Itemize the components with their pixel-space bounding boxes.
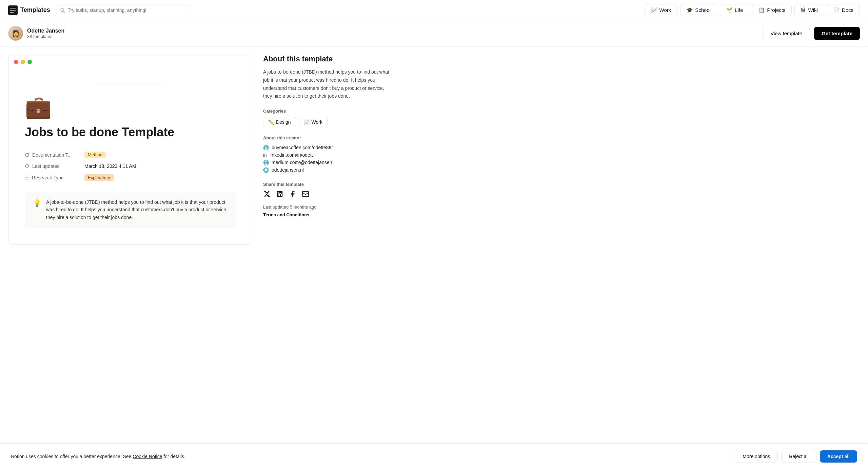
nav-buttons: 📈 Work 🎓 School 🌱 Life 📋 Projects 🏛 Wiki… <box>645 4 860 16</box>
clock-icon-1: ⏱ <box>25 152 29 158</box>
facebook-share-icon[interactable] <box>289 190 296 200</box>
nav-label-wiki: Wiki <box>808 7 817 13</box>
meta-row-documentation: ⏱ Documentation T... Method <box>25 149 236 161</box>
twitter-share-icon[interactable] <box>263 190 271 200</box>
svg-rect-3 <box>302 192 309 197</box>
share-section: Share this template Last updated 5 month… <box>263 182 392 218</box>
search-input[interactable] <box>68 7 187 13</box>
nav-label-school: School <box>695 7 711 13</box>
projects-icon: 📋 <box>758 7 765 13</box>
meta-label-updated: ⏱ Last updated <box>25 163 79 169</box>
window-close-dot <box>14 60 18 64</box>
window-maximize-dot <box>27 60 32 64</box>
terms-link[interactable]: Terms and Conditions <box>263 212 309 217</box>
search-icon <box>60 7 65 13</box>
bulb-icon: 💡 <box>33 199 41 207</box>
creator-section: About this creator 🌐 buymeacoffee.com/od… <box>263 135 392 174</box>
get-template-button[interactable]: Get template <box>814 27 860 40</box>
nav-label-work: Work <box>659 7 671 13</box>
linkedin-icon: in <box>263 152 267 158</box>
meta-row-updated: ⏱ Last updated March 18, 2023 4:11 AM <box>25 161 236 172</box>
meta-label-research: ☰ Research Type <box>25 175 79 180</box>
creator-link-text-4: odettejansen.nl <box>272 167 304 173</box>
sub-header: 👩 Odette Jansen 38 templates View templa… <box>0 20 868 46</box>
method-tag: Method <box>84 152 106 158</box>
design-icon: ✏️ <box>268 119 274 125</box>
action-buttons: View template Get template <box>763 27 860 40</box>
description-box: 💡 A jobs-to-be-done (JTBD) method helps … <box>25 192 236 228</box>
nav-btn-projects[interactable]: 📋 Projects <box>752 4 792 16</box>
nav-btn-wiki[interactable]: 🏛 Wiki <box>794 4 824 16</box>
creator-details: Odette Jansen 38 templates <box>27 28 64 39</box>
work-icon: 📈 <box>651 7 657 13</box>
window-minimize-dot <box>21 60 25 64</box>
category-work[interactable]: 📈 Work <box>299 117 328 127</box>
creator-link-text-2: linkedin.com/in/odett <box>270 152 313 158</box>
meta-value-exploratory: Exploratory <box>84 174 114 181</box>
meta-value-method: Method <box>84 152 106 158</box>
meta-label-documentation: ⏱ Documentation T... <box>25 152 79 158</box>
wiki-icon: 🏛 <box>801 7 806 13</box>
creator-link-text-1: buymeacoffee.com/odette89r <box>272 145 333 150</box>
globe-icon-1: 🌐 <box>263 145 269 150</box>
creator-templates-count: 38 templates <box>27 34 64 39</box>
clock-icon-2: ⏱ <box>25 163 29 169</box>
creator-link-medium[interactable]: 🌐 medium.com/@odettejansen <box>263 159 392 166</box>
share-label: Share this template <box>263 182 392 187</box>
meta-row-research: ☰ Research Type Exploratory <box>25 172 236 183</box>
divider-line <box>96 83 164 83</box>
creator-name: Odette Jansen <box>27 28 64 34</box>
nav-btn-life[interactable]: 🌱 Life <box>720 4 749 16</box>
nav-label-life: Life <box>735 7 743 13</box>
work-category-icon: 📈 <box>304 119 310 125</box>
svg-line-2 <box>63 11 65 12</box>
template-title: Jobs to be done Template <box>25 125 236 139</box>
logo-icon <box>8 5 18 15</box>
list-icon: ☰ <box>25 175 29 180</box>
nav-btn-docs[interactable]: 📄 Docs <box>827 4 860 16</box>
meta-value-date: March 18, 2023 4:11 AM <box>84 163 136 169</box>
template-icon: 💼 <box>25 94 236 120</box>
avatar: 👩 <box>8 26 23 41</box>
exploratory-tag: Exploratory <box>84 174 114 181</box>
preview-description: A jobs-to-be-done (JTBD) method helps yo… <box>46 198 228 221</box>
last-updated-text: Last updated 5 months ago <box>263 204 392 210</box>
about-title: About this template <box>263 55 392 63</box>
nav-label-docs: Docs <box>842 7 853 13</box>
nav-btn-work[interactable]: 📈 Work <box>645 4 678 16</box>
school-icon: 🎓 <box>687 7 693 13</box>
meta-label-text-3: Research Type <box>32 175 64 180</box>
preview-content: 💼 Jobs to be done Template ⏱ Documentati… <box>8 69 252 244</box>
email-share-icon[interactable] <box>302 190 309 200</box>
globe-icon-2: 🌐 <box>263 160 269 165</box>
category-design[interactable]: ✏️ Design <box>263 117 296 127</box>
creator-link-buymeacoffee[interactable]: 🌐 buymeacoffee.com/odette89r <box>263 144 392 151</box>
linkedin-share-icon[interactable] <box>276 190 283 200</box>
categories-label: Categories <box>263 109 392 114</box>
creator-link-website[interactable]: 🌐 odettejansen.nl <box>263 166 392 174</box>
search-bar[interactable] <box>56 5 191 15</box>
creator-link-text-3: medium.com/@odettejansen <box>272 160 332 165</box>
info-panel: About this template A jobs-to-be-done (J… <box>263 55 392 245</box>
categories: ✏️ Design 📈 Work <box>263 117 392 127</box>
creator-link-linkedin[interactable]: in linkedin.com/in/odett <box>263 151 392 159</box>
meta-label-text-1: Documentation T... <box>32 152 72 158</box>
view-template-button[interactable]: View template <box>763 27 810 40</box>
preview-panel: 💼 Jobs to be done Template ⏱ Documentati… <box>8 55 252 245</box>
life-icon: 🌱 <box>726 7 733 13</box>
category-work-label: Work <box>312 119 322 125</box>
docs-icon: 📄 <box>833 7 840 13</box>
logo-area[interactable]: Templates <box>8 5 50 15</box>
window-chrome <box>8 55 252 69</box>
nav-label-projects: Projects <box>767 7 785 13</box>
about-description: A jobs-to-be-done (JTBD) method helps yo… <box>263 68 392 100</box>
main-content: 💼 Jobs to be done Template ⏱ Documentati… <box>0 46 475 253</box>
creator-info: 👩 Odette Jansen 38 templates <box>8 26 64 41</box>
category-design-label: Design <box>276 119 291 125</box>
share-icons <box>263 190 392 200</box>
creator-section-label: About this creator <box>263 135 392 140</box>
meta-label-text-2: Last updated <box>32 163 60 169</box>
logo-label: Templates <box>20 6 50 14</box>
header: Templates 📈 Work 🎓 School 🌱 Life 📋 Proje… <box>0 0 868 20</box>
nav-btn-school[interactable]: 🎓 School <box>680 4 717 16</box>
